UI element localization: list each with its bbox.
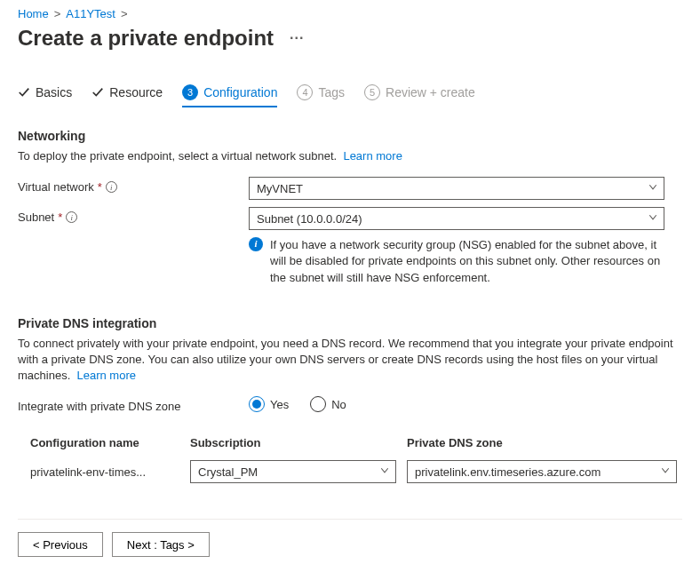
dns-desc: To connect privately with your private e… — [18, 336, 682, 385]
tab-basics[interactable]: Basics — [18, 85, 72, 105]
radio-icon — [310, 396, 326, 412]
tab-tags[interactable]: 4 Tags — [297, 84, 345, 106]
networking-heading: Networking — [18, 129, 682, 143]
breadcrumb-a11ytest[interactable]: A11YTest — [66, 7, 115, 20]
radio-yes-label: Yes — [270, 398, 289, 411]
subnet-label: Subnet * i — [18, 207, 249, 224]
dns-learn-more-link[interactable]: Learn more — [76, 369, 135, 382]
tab-label: Review + create — [386, 85, 475, 99]
col-config-name: Configuration name — [30, 436, 190, 449]
dns-zone-value: privatelink.env.timeseries.azure.com — [415, 465, 601, 479]
chevron-down-icon — [660, 465, 671, 479]
radio-no-label: No — [331, 398, 346, 411]
wizard-tabs: Basics Resource 3 Configuration 4 Tags 5… — [18, 84, 682, 106]
vnet-label: Virtual network * i — [18, 177, 249, 194]
more-actions-icon[interactable]: ··· — [286, 30, 307, 46]
step-number-icon: 5 — [364, 84, 380, 100]
tab-label: Configuration — [203, 85, 277, 99]
chevron-down-icon — [648, 182, 658, 195]
networking-learn-more-link[interactable]: Learn more — [343, 149, 402, 163]
dns-zone-select[interactable]: privatelink.env.timeseries.azure.com — [407, 460, 677, 483]
page-title-text: Create a private endpoint — [18, 26, 274, 51]
tab-configuration[interactable]: 3 Configuration — [182, 84, 277, 106]
required-icon: * — [98, 180, 102, 194]
col-dns-zone: Private DNS zone — [407, 436, 677, 449]
previous-button[interactable]: < Previous — [18, 532, 103, 557]
tab-label: Basics — [36, 85, 72, 99]
nsg-note-text: If you have a network security group (NS… — [270, 237, 664, 286]
config-name-value: privatelink-env-times... — [30, 465, 190, 479]
subscription-value: Crystal_PM — [198, 465, 258, 479]
tab-label: Tags — [318, 85, 345, 99]
breadcrumb-home[interactable]: Home — [18, 7, 49, 20]
radio-no[interactable]: No — [310, 396, 346, 412]
info-icon[interactable]: i — [106, 181, 117, 193]
tab-resource[interactable]: Resource — [91, 85, 163, 105]
integrate-radio-group: Yes No — [249, 396, 664, 412]
radio-yes[interactable]: Yes — [249, 396, 289, 412]
integrate-label: Integrate with private DNS zone — [18, 396, 249, 413]
vnet-select[interactable]: MyVNET — [249, 177, 664, 200]
required-icon: * — [58, 211, 62, 224]
chevron-down-icon — [648, 212, 658, 226]
nsg-note: i If you have a network security group (… — [249, 237, 664, 286]
subnet-select[interactable]: Subnet (10.0.0.0/24) — [249, 207, 664, 230]
col-subscription: Subscription — [190, 436, 407, 449]
check-icon — [18, 86, 30, 99]
breadcrumb: Home > A11YTest > — [18, 7, 682, 20]
step-number-icon: 3 — [182, 84, 198, 100]
next-button[interactable]: Next : Tags > — [112, 532, 210, 557]
dns-heading: Private DNS integration — [18, 316, 682, 330]
wizard-footer: < Previous Next : Tags > — [18, 519, 682, 569]
info-icon[interactable]: i — [66, 211, 77, 223]
vnet-label-text: Virtual network — [18, 180, 94, 194]
tab-label: Resource — [109, 85, 163, 99]
subscription-select[interactable]: Crystal_PM — [190, 460, 396, 483]
integrate-label-text: Integrate with private DNS zone — [18, 400, 181, 413]
chevron-right-icon: > — [54, 7, 61, 20]
networking-desc-text: To deploy the private endpoint, select a… — [18, 149, 337, 163]
radio-icon — [249, 396, 265, 412]
chevron-right-icon: > — [121, 7, 128, 20]
vnet-value: MyVNET — [257, 182, 303, 195]
subnet-value: Subnet (10.0.0.0/24) — [257, 212, 362, 226]
subnet-label-text: Subnet — [18, 211, 54, 224]
page-title: Create a private endpoint ··· — [18, 26, 682, 51]
table-header-row: Configuration name Subscription Private … — [18, 431, 682, 457]
step-number-icon: 4 — [297, 84, 313, 100]
chevron-down-icon — [379, 465, 390, 479]
table-row: privatelink-env-times... Crystal_PM priv… — [18, 457, 682, 487]
networking-desc: To deploy the private endpoint, select a… — [18, 148, 682, 164]
dns-table: Configuration name Subscription Private … — [18, 431, 682, 487]
info-icon: i — [249, 237, 263, 251]
tab-review-create[interactable]: 5 Review + create — [364, 84, 475, 106]
check-icon — [91, 86, 104, 99]
